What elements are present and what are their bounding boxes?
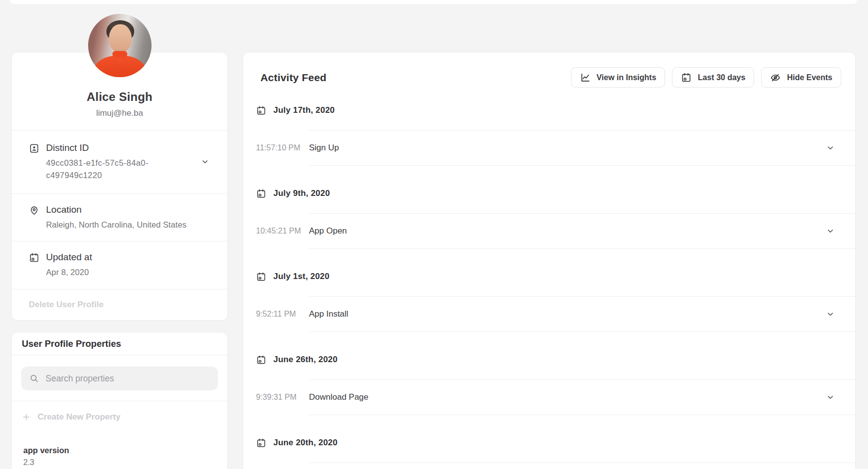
user-profile-properties-card: User Profile Properties Search propertie… bbox=[11, 332, 228, 469]
insights-chart-icon bbox=[580, 72, 591, 83]
event-group: July 1st, 2020 9:52:11 PM App Install bbox=[243, 270, 855, 332]
divider bbox=[308, 415, 855, 415]
calendar-icon bbox=[256, 105, 266, 116]
activity-feed-card: Activity Feed View in Insights Last 30 d… bbox=[243, 52, 856, 469]
divider bbox=[308, 463, 855, 463]
divider bbox=[308, 331, 855, 332]
plus-icon bbox=[22, 413, 31, 422]
event-date-label: June 20th, 2020 bbox=[273, 438, 338, 448]
activity-feed-title: Activity Feed bbox=[260, 72, 564, 84]
distinct-id-label: Distinct ID bbox=[46, 142, 165, 153]
divider bbox=[308, 248, 855, 249]
event-name: App Install bbox=[309, 309, 348, 319]
search-icon bbox=[29, 374, 39, 383]
property-item[interactable]: app version 2.3 bbox=[12, 433, 227, 469]
distinct-id-value: 49cc0381-e1fc-57c5-84a0-c497949c1220 bbox=[46, 157, 165, 182]
event-row[interactable]: 10:45:21 PM App Open bbox=[243, 214, 855, 248]
calendar-icon bbox=[256, 355, 266, 365]
chevron-down-icon[interactable] bbox=[826, 310, 834, 318]
distinct-id-row: Distinct ID 49cc0381-e1fc-57c5-84a0-c497… bbox=[12, 131, 227, 193]
last-30-days-button[interactable]: Last 30 days bbox=[672, 67, 754, 88]
view-in-insights-label: View in Insights bbox=[597, 73, 657, 82]
event-time: 11:57:10 PM bbox=[256, 143, 309, 152]
event-group: June 20th, 2020 bbox=[243, 436, 855, 463]
calendar-icon bbox=[681, 72, 692, 83]
event-date-label: June 26th, 2020 bbox=[273, 355, 338, 365]
event-date-label: July 1st, 2020 bbox=[273, 272, 329, 281]
event-date-header: July 1st, 2020 bbox=[256, 270, 855, 283]
location-label: Location bbox=[46, 204, 187, 215]
activity-feed-header: Activity Feed View in Insights Last 30 d… bbox=[243, 52, 855, 88]
property-value: 2.3 bbox=[23, 458, 217, 467]
event-group: July 17th, 2020 11:57:10 PM Sign Up bbox=[243, 104, 855, 166]
event-time: 10:45:21 PM bbox=[256, 227, 309, 235]
event-row[interactable]: 9:39:31 PM Download Page bbox=[243, 380, 855, 415]
chevron-down-icon[interactable] bbox=[826, 227, 834, 235]
location-row: Location Raleigh, North Carolina, United… bbox=[12, 194, 227, 241]
event-row[interactable]: 9:52:11 PM App Install bbox=[243, 297, 855, 331]
activity-feed-body: July 17th, 2020 11:57:10 PM Sign Up July… bbox=[243, 88, 855, 463]
event-row[interactable]: 11:57:10 PM Sign Up bbox=[243, 131, 855, 165]
calendar-icon bbox=[29, 252, 40, 263]
chevron-down-icon[interactable] bbox=[201, 158, 209, 166]
event-date-label: July 9th, 2020 bbox=[273, 188, 330, 198]
event-group: July 9th, 2020 10:45:21 PM App Open bbox=[243, 187, 855, 249]
calendar-icon bbox=[256, 188, 266, 199]
search-placeholder: Search properties bbox=[46, 374, 114, 384]
user-profile-sidebar: Alice Singh limuj@he.ba Distinct ID 49cc… bbox=[11, 0, 228, 469]
calendar-icon bbox=[256, 272, 266, 282]
event-group: June 26th, 2020 9:39:31 PM Download Page bbox=[243, 353, 855, 415]
profile-card: Alice Singh limuj@he.ba Distinct ID 49cc… bbox=[11, 52, 228, 321]
eye-off-icon bbox=[770, 72, 781, 83]
location-icon bbox=[29, 205, 40, 216]
create-new-property-label: Create New Property bbox=[38, 412, 120, 422]
divider bbox=[308, 165, 855, 166]
view-in-insights-button[interactable]: View in Insights bbox=[571, 67, 665, 88]
updated-at-value: Apr 8, 2020 bbox=[46, 266, 92, 279]
event-date-label: July 17th, 2020 bbox=[273, 105, 335, 115]
calendar-icon bbox=[256, 438, 266, 448]
updated-at-label: Updated at bbox=[46, 252, 92, 263]
property-name: app version bbox=[23, 446, 217, 455]
updated-at-row: Updated at Apr 8, 2020 bbox=[12, 241, 227, 289]
hide-events-label: Hide Events bbox=[787, 73, 832, 82]
event-name: Sign Up bbox=[309, 143, 339, 153]
hide-events-button[interactable]: Hide Events bbox=[761, 67, 841, 88]
delete-user-profile-button[interactable]: Delete User Profile bbox=[12, 289, 227, 320]
create-new-property-button[interactable]: Create New Property bbox=[12, 401, 227, 433]
event-date-header: June 20th, 2020 bbox=[256, 436, 855, 449]
event-date-header: June 26th, 2020 bbox=[256, 353, 855, 366]
chevron-down-icon[interactable] bbox=[826, 393, 834, 401]
event-date-header: July 9th, 2020 bbox=[256, 187, 855, 200]
event-name: App Open bbox=[309, 226, 347, 236]
last-30-days-label: Last 30 days bbox=[698, 73, 745, 82]
user-avatar bbox=[88, 14, 152, 77]
id-badge-icon bbox=[29, 143, 40, 154]
properties-title: User Profile Properties bbox=[12, 332, 227, 355]
chevron-down-icon[interactable] bbox=[826, 144, 834, 152]
event-time: 9:52:11 PM bbox=[256, 310, 309, 319]
event-name: Download Page bbox=[309, 392, 368, 402]
user-name: Alice Singh bbox=[20, 90, 219, 104]
location-value: Raleigh, North Carolina, United States bbox=[46, 219, 187, 231]
event-time: 9:39:31 PM bbox=[256, 393, 309, 402]
search-properties-input[interactable]: Search properties bbox=[21, 367, 218, 390]
user-email: limuj@he.ba bbox=[20, 108, 219, 118]
event-date-header: July 17th, 2020 bbox=[256, 104, 855, 117]
